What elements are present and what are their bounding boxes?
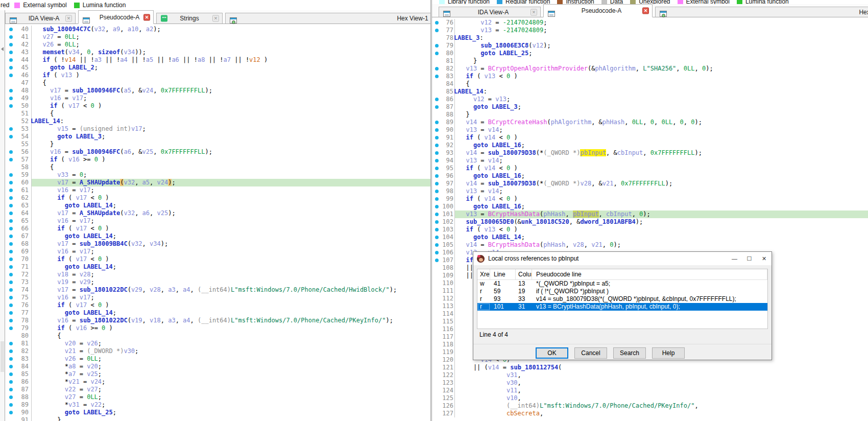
tab-close-icon[interactable]: ✕	[531, 9, 537, 15]
line-marker-cell[interactable]	[5, 340, 16, 347]
code-text[interactable]: goto LABEL_2;	[31, 64, 430, 72]
line-marker-cell[interactable]	[5, 179, 16, 186]
line-marker-cell[interactable]	[432, 302, 441, 310]
line-marker-cell[interactable]	[5, 141, 16, 148]
line-marker-cell[interactable]	[432, 126, 441, 134]
line-marker-cell[interactable]	[5, 102, 16, 110]
line-marker-cell[interactable]	[5, 56, 16, 64]
code-text[interactable]: *v31 = v22;	[31, 401, 430, 409]
line-marker-cell[interactable]	[5, 95, 16, 102]
line-marker-cell[interactable]	[5, 148, 16, 156]
line-marker-cell[interactable]	[432, 57, 441, 65]
code-text[interactable]: goto LABEL_3;	[31, 133, 430, 141]
code-text[interactable]: sub_18006E3C8(v12);	[454, 42, 868, 50]
line-marker-cell[interactable]	[432, 203, 441, 211]
code-text[interactable]: v21 = (_DWORD *)v30;	[31, 347, 430, 355]
line-marker-cell[interactable]	[432, 195, 441, 203]
code-text[interactable]: v13 = BCryptHashData(phHash, pbInput, cb…	[454, 211, 868, 218]
code-text[interactable]: goto LABEL_14;	[31, 309, 430, 317]
code-text[interactable]: v33 = 0;	[31, 171, 430, 179]
line-marker-cell[interactable]	[5, 278, 16, 286]
tab-close-icon[interactable]: ✕	[143, 14, 150, 20]
ok-button[interactable]: OK	[536, 347, 568, 359]
code-text[interactable]: goto LABEL_16;	[454, 203, 868, 211]
code-text[interactable]: v17 = A_SHAUpdate(v32, a5, v24);	[31, 179, 430, 186]
code-text[interactable]: v11,	[454, 387, 868, 394]
line-marker-cell[interactable]	[5, 401, 16, 409]
line-marker-cell[interactable]	[432, 27, 441, 34]
line-marker-cell[interactable]	[5, 248, 16, 255]
line-marker-cell[interactable]	[432, 394, 441, 402]
line-marker-cell[interactable]	[432, 356, 441, 364]
code-text[interactable]: if ( v17 < 0 )	[31, 255, 430, 263]
line-marker-cell[interactable]	[5, 186, 16, 194]
code-text[interactable]: v17 = sub_1801022DC(v29, v28, a3, a4, (_…	[31, 286, 430, 294]
line-marker-cell[interactable]	[432, 364, 441, 371]
close-icon[interactable]: ✕	[757, 252, 771, 265]
code-text[interactable]: v22 = v27;	[31, 386, 430, 393]
code-text[interactable]: v17 = sub_1800946FC(a5, &v24, 0x7FFFFFFF…	[31, 87, 430, 95]
code-text[interactable]: cbSecreta,	[454, 410, 868, 417]
code-text[interactable]: if ( v17 < 0 )	[31, 194, 430, 202]
code-text[interactable]: LABEL_14:	[31, 118, 430, 125]
code-text[interactable]: v13 = BCryptOpenAlgorithmProvider(&phAlg…	[454, 65, 868, 73]
line-marker-cell[interactable]	[432, 226, 441, 233]
code-text[interactable]: if ( !v14 || !a3 || !a4 || !a5 || !a6 ||…	[31, 56, 430, 64]
line-marker-cell[interactable]	[432, 279, 441, 287]
help-button[interactable]: Help	[652, 347, 685, 359]
line-marker-cell[interactable]	[432, 333, 441, 341]
line-marker-cell[interactable]	[432, 73, 441, 80]
line-marker-cell[interactable]	[5, 347, 16, 355]
line-marker-cell[interactable]	[432, 348, 441, 356]
code-text[interactable]: v13 = v14;	[454, 188, 868, 195]
code-text[interactable]: v16 = v17;	[31, 95, 430, 102]
line-marker-cell[interactable]	[5, 317, 16, 324]
code-text[interactable]: v14 = BCryptCreateHash(phAlgorithm, &phH…	[454, 119, 868, 126]
column-header-line[interactable]: Line	[490, 269, 516, 279]
code-text[interactable]: goto LABEL_14;	[31, 232, 430, 240]
code-text[interactable]: if ( v13 < 0 )	[454, 73, 868, 80]
code-text[interactable]: goto LABEL_14;	[31, 263, 430, 271]
line-marker-cell[interactable]	[5, 255, 16, 263]
code-text[interactable]: v16 = sub_1800946FC(a6, &v25, 0x7FFFFFFF…	[31, 148, 430, 156]
line-marker-cell[interactable]	[5, 263, 16, 271]
line-marker-cell[interactable]	[432, 256, 441, 264]
cancel-button[interactable]: Cancel	[574, 347, 607, 359]
line-marker-cell[interactable]	[432, 103, 441, 111]
code-text[interactable]: sub_180094C7C(v32, a9, a10, a2);	[31, 26, 430, 33]
line-marker-cell[interactable]	[5, 217, 16, 225]
line-marker-cell[interactable]	[432, 34, 441, 42]
line-marker-cell[interactable]	[5, 72, 16, 79]
line-marker-cell[interactable]	[432, 111, 441, 119]
line-marker-cell[interactable]	[5, 301, 16, 309]
line-marker-cell[interactable]	[5, 355, 16, 363]
line-marker-cell[interactable]	[432, 402, 441, 410]
code-text[interactable]: v13 = v14;	[454, 157, 868, 165]
code-text[interactable]: v20 = v26;	[31, 340, 430, 347]
line-marker-cell[interactable]	[5, 26, 16, 33]
code-text[interactable]: *a7 = v25;	[31, 370, 430, 378]
line-marker-cell[interactable]	[432, 310, 441, 318]
xref-table-row[interactable]: r 59 19 if ( !*(_QWORD *)pbInput )	[477, 288, 767, 295]
line-marker-cell[interactable]	[5, 64, 16, 72]
code-text[interactable]: v16 = sub_1801022DC(v19, v18, a3, a4, (_…	[31, 317, 430, 324]
code-text[interactable]: goto LABEL_14;	[454, 233, 868, 241]
line-marker-cell[interactable]	[432, 134, 441, 142]
tab-close-icon[interactable]: ✕	[212, 15, 219, 22]
code-text[interactable]: if ( v16 >= 0 )	[31, 156, 430, 163]
line-marker-cell[interactable]	[432, 180, 441, 188]
line-marker-cell[interactable]	[5, 49, 16, 56]
line-marker-cell[interactable]	[5, 409, 16, 416]
maximize-icon[interactable]: ☐	[742, 252, 757, 265]
code-text[interactable]: v17 = sub_18009BB4C(v32, v34);	[31, 240, 430, 248]
line-marker-cell[interactable]	[5, 332, 16, 340]
line-marker-cell[interactable]	[5, 194, 16, 202]
code-text[interactable]: v13 = -2147024809;	[454, 27, 868, 34]
code-text[interactable]: v16 = v17;	[31, 217, 430, 225]
line-marker-cell[interactable]	[5, 41, 16, 49]
column-header-pseudocode-line[interactable]: Pseudocode line	[532, 269, 767, 279]
code-text[interactable]: v12 = -2147024809;	[454, 19, 868, 27]
line-marker-cell[interactable]	[5, 370, 16, 378]
code-text[interactable]: if ( v13 < 0 )	[454, 226, 868, 233]
code-text[interactable]: LABEL_14:	[454, 88, 868, 96]
